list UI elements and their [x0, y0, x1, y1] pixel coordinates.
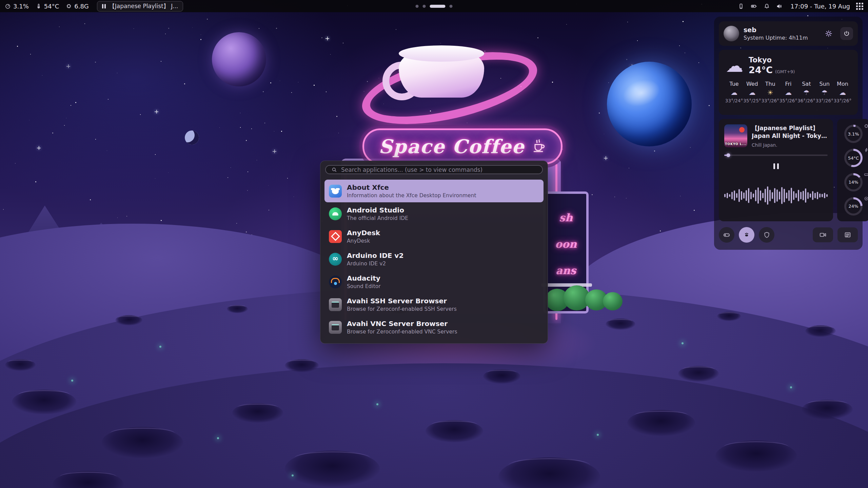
shield-button[interactable]: [759, 227, 774, 243]
forecast-day: Fri ☁ 35°/26°: [780, 81, 797, 103]
controller-button[interactable]: [719, 227, 734, 243]
volume-icon[interactable]: [776, 3, 783, 9]
gauge-cpu: 3.1%: [844, 125, 863, 143]
star: [219, 127, 220, 128]
star: [336, 116, 337, 117]
workspace-dot[interactable]: [423, 5, 426, 8]
workspace-dot[interactable]: [450, 5, 453, 8]
search-input[interactable]: [340, 166, 537, 174]
waveform-bar: [812, 191, 813, 200]
star: [694, 210, 695, 211]
star: [200, 39, 201, 40]
waveform-bar: [793, 191, 794, 200]
star: [294, 197, 294, 197]
avatar[interactable]: [724, 26, 739, 41]
star: [592, 194, 593, 195]
widgets-button[interactable]: [739, 227, 754, 243]
star: [240, 127, 241, 128]
forecast-day-label: Sat: [802, 81, 811, 87]
waveform-bar: [810, 194, 811, 198]
memory-indicator[interactable]: 6.8G: [66, 3, 89, 10]
crater: [627, 410, 695, 436]
gauge-memory: 14%: [844, 173, 863, 191]
star: [240, 113, 240, 113]
weather-icon: ☁: [749, 89, 755, 96]
quick-actions-row: [719, 225, 858, 244]
forecast-day: Thu ☀ 33°/26°: [762, 81, 779, 103]
star: [117, 218, 118, 218]
now-playing-widget[interactable]: 【Japanese Playlist】 J...: [97, 1, 183, 12]
star: [364, 91, 364, 92]
crescent-moon: [185, 130, 199, 145]
battery-icon[interactable]: [750, 3, 757, 9]
screen-record-button[interactable]: [813, 227, 833, 242]
star: [257, 160, 257, 160]
star: [562, 149, 563, 150]
app-row[interactable]: Avahi VNC Server Browser Browse for Zero…: [324, 316, 544, 339]
app-name: Avahi VNC Server Browser: [347, 320, 457, 327]
star: [599, 113, 600, 114]
app-row[interactable]: Arduino IDE v2 Arduino IDE v2: [324, 248, 544, 270]
glow-speck: [682, 342, 684, 344]
sparkle-star: [604, 156, 608, 160]
pause-button[interactable]: [772, 162, 780, 170]
gauge-temp: 54°C: [844, 149, 863, 167]
app-row[interactable]: AnyDesk AnyDesk: [324, 225, 544, 248]
app-row[interactable]: Avahi SSH Server Browser Browse for Zero…: [324, 293, 544, 316]
app-row[interactable]: Android Studio The official Android IDE: [324, 202, 544, 225]
phone-link-icon[interactable]: [738, 3, 744, 9]
star: [430, 110, 431, 111]
star: [161, 220, 162, 221]
star: [95, 139, 96, 140]
gear-icon: [825, 30, 832, 37]
gauge-icon: [5, 3, 11, 9]
star: [192, 27, 193, 28]
track-title: 【Japanese Playlist】 Japan All Night - To…: [752, 124, 828, 140]
search-bar[interactable]: [325, 165, 543, 174]
power-button[interactable]: [840, 27, 853, 40]
crater: [426, 420, 483, 442]
workspace-dot[interactable]: [416, 5, 419, 8]
star: [236, 223, 237, 224]
settings-button[interactable]: [825, 30, 832, 37]
clock[interactable]: 17:09 - Tue, 19 Aug: [790, 3, 850, 10]
gauge-icon: [864, 123, 868, 130]
waveform-bar: [776, 189, 778, 202]
temperature-indicator[interactable]: 54°C: [36, 3, 59, 10]
star: [485, 51, 485, 52]
app-grid-icon[interactable]: [856, 3, 863, 10]
waveform-bar: [753, 194, 754, 198]
track-progress-bar[interactable]: [724, 155, 828, 156]
workspace-active-pill[interactable]: [430, 5, 446, 8]
gauge-icon: [864, 196, 868, 202]
star: [338, 133, 339, 133]
progress-knob[interactable]: [727, 153, 730, 157]
star: [491, 108, 491, 108]
star: [440, 43, 441, 43]
star: [259, 28, 259, 29]
earth-planet: [607, 62, 692, 146]
paw-icon: [743, 231, 750, 239]
star: [383, 104, 384, 104]
star: [680, 196, 680, 196]
star: [66, 118, 66, 118]
notes-button[interactable]: [837, 227, 858, 242]
crater: [678, 366, 719, 382]
star: [604, 134, 604, 134]
star: [270, 82, 271, 83]
notifications-bell-icon[interactable]: [764, 3, 770, 9]
star: [246, 140, 247, 141]
app-description: Information about the Xfce Desktop Envir…: [347, 192, 476, 199]
app-row[interactable]: Audacity Sound Editor: [324, 270, 544, 293]
waveform-bar: [724, 194, 726, 197]
crater: [805, 325, 836, 337]
cpu-usage-indicator[interactable]: 3.1%: [5, 3, 29, 10]
chip-icon: [66, 3, 72, 9]
app-row[interactable]: About Xfce Information about the Xfce De…: [324, 180, 544, 202]
forecast-temps: 36°/26°: [797, 98, 815, 103]
user-card: seb System Uptime: 4h11m: [719, 21, 858, 46]
app-name: Audacity: [347, 274, 381, 282]
system-uptime: System Uptime: 4h11m: [744, 35, 808, 41]
now-playing-text: 【Japanese Playlist】 J...: [109, 2, 178, 10]
waveform-bar: [781, 187, 783, 204]
